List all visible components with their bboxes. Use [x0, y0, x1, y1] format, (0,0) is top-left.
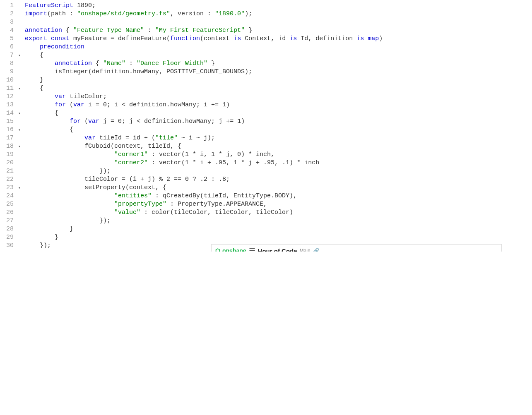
onshape-logo: onshape [215, 247, 246, 252]
hamburger-icon[interactable]: ☰ [249, 246, 255, 252]
onshape-panel: onshape ☰ Hour of Code Main 🔗 ⚙ ↶ ↷ ✎ Sk… [211, 244, 502, 252]
onshape-logo-icon [215, 248, 221, 252]
link-icon[interactable]: 🔗 [313, 248, 319, 252]
code-editor[interactable]: 1 2 3 4 5 6 7 ▾8 9 10 11 ▾12 13 14 ▾15 1… [0, 0, 532, 252]
line-gutter: 1 2 3 4 5 6 7 ▾8 9 10 11 ▾12 13 14 ▾15 1… [0, 2, 25, 250]
code-area[interactable]: FeatureScript 1890;import(path : "onshap… [25, 2, 532, 250]
onshape-header: onshape ☰ Hour of Code Main 🔗 [212, 245, 501, 252]
doc-title: Hour of Code [258, 247, 297, 252]
doc-subtitle: Main [300, 248, 311, 252]
